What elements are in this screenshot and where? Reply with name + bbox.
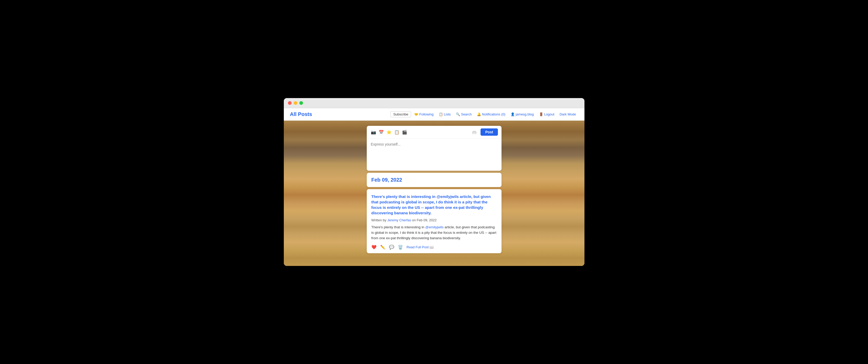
maximize-button[interactable] (299, 101, 303, 105)
video-icon[interactable]: 🎬 (401, 129, 408, 135)
toolbar-icons: 📷 📅 ⭐ 📋 🎬 (370, 129, 470, 135)
main-content: 📷 📅 ⭐ 📋 🎬 (0) Post Feb 09, 2022 There's (284, 121, 585, 266)
lists-link[interactable]: 📋 Lists (437, 111, 453, 117)
title-bar (284, 98, 585, 108)
site-title[interactable]: All Posts (290, 111, 312, 117)
notifications-link[interactable]: 🔔 Notifications (0) (475, 111, 507, 117)
date-separator: Feb 09, 2022 (367, 173, 501, 187)
calendar-icon[interactable]: 📅 (378, 129, 384, 135)
comment-button[interactable]: 💬 (389, 245, 394, 250)
like-button[interactable]: ❤️ (371, 245, 377, 250)
date-heading: Feb 09, 2022 (371, 177, 497, 183)
post-actions: ❤️ ✏️ 💬 🗑️ Read Full Post 📖 (371, 245, 497, 250)
author-link[interactable]: Jeremy Cherfas (387, 218, 411, 222)
edit-button[interactable]: ✏️ (380, 245, 385, 250)
written-by-label: Written by (371, 218, 388, 222)
post-date: on Feb 09, 2022 (412, 218, 437, 222)
delete-button[interactable]: 🗑️ (398, 245, 403, 250)
post-card: There's plenty that is interesting in @e… (367, 189, 501, 253)
browser-content: All Posts Subscribe 🤝 Following 📋 Lists … (284, 108, 585, 266)
minimize-button[interactable] (293, 101, 297, 105)
blog-link[interactable]: 👤 jamesg.blog (508, 111, 536, 117)
logout-link[interactable]: 🚪 Logout (537, 111, 556, 117)
post-body: There's plenty that is interesting in @e… (371, 225, 497, 241)
photo-icon[interactable]: 📷 (370, 129, 377, 135)
compose-textarea[interactable] (367, 139, 501, 170)
subscribe-link[interactable]: Subscribe (390, 111, 411, 117)
post-button[interactable]: Post (480, 129, 498, 136)
composer-card: 📷 📅 ⭐ 📋 🎬 (0) Post (367, 126, 501, 171)
post-meta: Written by Jeremy Cherfas on Feb 09, 202… (371, 218, 497, 222)
nav-bar: All Posts Subscribe 🤝 Following 📋 Lists … (284, 108, 585, 121)
close-button[interactable] (288, 101, 291, 105)
char-count: (0) (472, 130, 476, 134)
star-icon[interactable]: ⭐ (386, 129, 392, 135)
read-full-link[interactable]: Read Full Post 📖 (407, 245, 434, 249)
nav-links: Subscribe 🤝 Following 📋 Lists 🔍 Search 🔔… (390, 111, 578, 117)
browser-window: All Posts Subscribe 🤝 Following 📋 Lists … (284, 98, 585, 266)
mention-link[interactable]: @emilyjwils (425, 225, 444, 229)
search-link[interactable]: 🔍 Search (454, 111, 474, 117)
following-link[interactable]: 🤝 Following (412, 111, 436, 117)
composer-toolbar: 📷 📅 ⭐ 📋 🎬 (0) Post (367, 126, 501, 139)
clipboard-icon[interactable]: 📋 (394, 129, 400, 135)
post-title[interactable]: There's plenty that is interesting in @e… (371, 194, 497, 216)
darkmode-link[interactable]: Dark Mode (558, 111, 578, 117)
